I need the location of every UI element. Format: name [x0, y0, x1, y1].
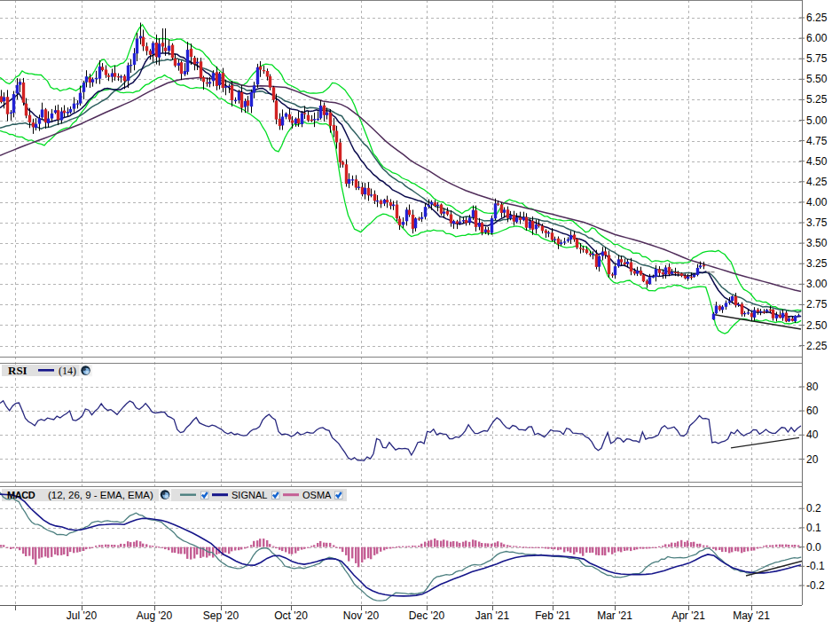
svg-text:(14): (14) [59, 365, 76, 377]
svg-text:Dec '20: Dec '20 [409, 609, 445, 622]
svg-text:4.25: 4.25 [806, 176, 828, 188]
svg-text:4.75: 4.75 [806, 135, 828, 147]
svg-text:Apr '21: Apr '21 [671, 609, 705, 622]
svg-text:Nov '20: Nov '20 [343, 609, 380, 622]
svg-text:Jan '21: Jan '21 [475, 609, 510, 622]
svg-text:OSMA: OSMA [302, 490, 332, 500]
svg-text:6.00: 6.00 [806, 32, 828, 44]
svg-text:40: 40 [806, 429, 819, 441]
svg-text:May '21: May '21 [733, 609, 770, 622]
svg-text:-0.2: -0.2 [806, 579, 825, 592]
svg-text:0.2: 0.2 [806, 502, 821, 515]
svg-text:2.50: 2.50 [806, 319, 828, 332]
svg-text:0.0: 0.0 [806, 541, 821, 554]
svg-text:5.00: 5.00 [806, 114, 828, 127]
svg-text:(12, 26, 9 - EMA, EMA): (12, 26, 9 - EMA, EMA) [48, 490, 153, 500]
svg-text:80: 80 [806, 381, 819, 393]
svg-text:60: 60 [806, 405, 819, 417]
svg-text:0.1: 0.1 [806, 522, 821, 534]
svg-text:Oct '20: Oct '20 [274, 609, 308, 622]
svg-text:3.50: 3.50 [806, 237, 828, 249]
svg-text:-0.1: -0.1 [806, 560, 825, 572]
svg-text:MACD: MACD [7, 490, 35, 500]
svg-text:2.25: 2.25 [806, 340, 828, 352]
svg-text:SIGNAL: SIGNAL [232, 490, 267, 500]
svg-text:3.00: 3.00 [806, 278, 828, 290]
svg-text:5.25: 5.25 [806, 93, 828, 106]
svg-text:Jul '20: Jul '20 [67, 609, 98, 622]
svg-text:5.50: 5.50 [806, 73, 828, 85]
svg-text:Feb '21: Feb '21 [535, 609, 570, 622]
svg-text:5.75: 5.75 [806, 52, 828, 65]
svg-text:RSI: RSI [8, 364, 27, 377]
svg-text:6.25: 6.25 [806, 12, 828, 24]
svg-text:Mar '21: Mar '21 [597, 609, 632, 622]
svg-text:3.75: 3.75 [806, 216, 828, 229]
svg-text:2.75: 2.75 [806, 298, 828, 311]
svg-text:Sep '20: Sep '20 [203, 609, 239, 622]
svg-text:4.50: 4.50 [806, 155, 828, 168]
svg-text:4.00: 4.00 [806, 196, 828, 208]
svg-text:3.25: 3.25 [806, 257, 828, 270]
svg-text:20: 20 [806, 453, 819, 466]
svg-text:Aug '20: Aug '20 [137, 609, 173, 622]
